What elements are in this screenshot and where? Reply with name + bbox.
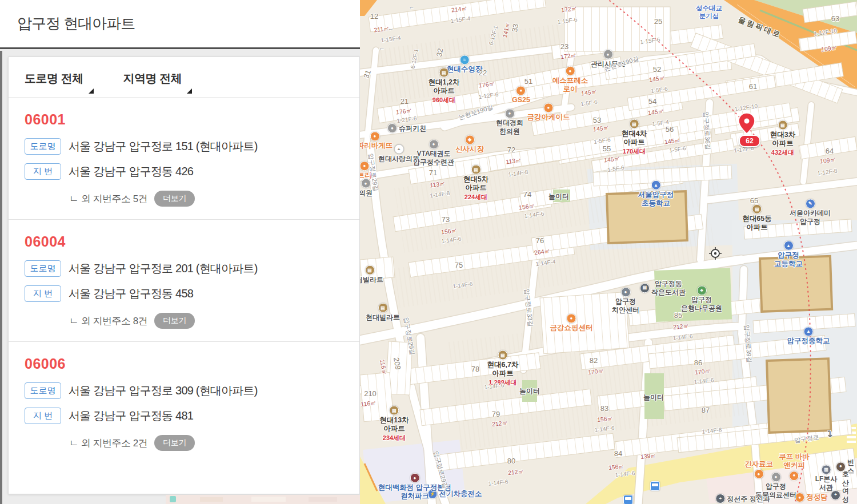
- extra-jibun-text: ㄴ 외 지번주소 2건: [69, 437, 147, 450]
- poi-label[interactable]: ▤림빌라트: [360, 265, 383, 284]
- poi-label[interactable]: ●압구정 치안센터: [612, 287, 639, 314]
- result-item: 06006 도로명 서울 강남구 압구정로 309 (현대아파트) 지 번 서울…: [9, 342, 359, 463]
- page-title: 압구정 현대아파트: [0, 0, 360, 49]
- label-text: 현대3차 아파트432세대: [770, 131, 795, 156]
- more-button[interactable]: 더보기: [154, 191, 195, 207]
- label-text: 210: [364, 389, 377, 398]
- gray-icon: ●: [361, 179, 371, 188]
- label-text: 호산여성병원: [842, 470, 849, 504]
- chevron-down-icon: [187, 88, 192, 94]
- pool-icon: ≈: [460, 55, 470, 64]
- label-text: 86: [694, 358, 702, 368]
- label-text: 금강쇼핑센터: [550, 324, 593, 332]
- poi-label[interactable]: ▤현대13차 아파트234세대: [379, 406, 409, 442]
- apt-icon: ▤: [629, 119, 639, 129]
- road-address: 서울 강남구 압구정로 201 (현대아파트): [69, 261, 258, 276]
- label-text: 79: [492, 410, 500, 419]
- school-icon: ▲: [804, 326, 814, 336]
- household-count: 432세대: [770, 148, 795, 156]
- building-number: 76: [536, 236, 544, 245]
- filter-region-name-label: 지역명 전체: [123, 72, 182, 84]
- label-text: ←: [408, 3, 415, 11]
- poi-label[interactable]: ▤현대3차 아파트432세대: [770, 120, 795, 156]
- filter-region-name[interactable]: 지역명 전체: [123, 71, 190, 97]
- filter-road-name-label: 도로명 전체: [25, 72, 83, 84]
- poi-label[interactable]: ▤현대5차 아파트224세대: [463, 165, 488, 201]
- building-number: 72: [507, 146, 515, 155]
- poi-label[interactable]: ▤현대65동 아파트: [742, 204, 771, 232]
- jibun-badge: 지 번: [25, 408, 61, 424]
- hosp2-icon: +: [715, 494, 725, 503]
- label-text: 64: [826, 147, 834, 156]
- result-item: 06001 도로명 서울 강남구 압구정로 151 (현대아파트) 지 번 서울…: [9, 98, 359, 220]
- poi-label[interactable]: ♣압구정 은행나무공원: [681, 285, 722, 312]
- poi-label[interactable]: +정선주 정신과: [715, 494, 770, 504]
- poi-label[interactable]: +호산여성병원: [831, 470, 849, 504]
- building-number: 87: [702, 406, 710, 415]
- jibun-badge: 지 번: [25, 285, 61, 302]
- apt-icon: ▤: [378, 303, 388, 313]
- poi-label[interactable]: ●VTA태권도 압구정수련관: [413, 139, 454, 166]
- poi-label: 놀이터: [548, 192, 569, 201]
- poi-label[interactable]: ▤현대빌라트: [366, 303, 400, 322]
- poi-label[interactable]: ▤압구정동 작은도서관: [640, 280, 686, 296]
- building-number: 54: [648, 97, 656, 106]
- household-count: 224세대: [463, 193, 488, 200]
- map[interactable]: ≈현대수영장▤현대1,2차 아파트960세대▤현대3차 아파트432세대▤현대4…: [360, 0, 857, 504]
- filter-road-name[interactable]: 도로명 전체: [25, 71, 91, 97]
- poi-label[interactable]: ●금강아케이드: [527, 103, 570, 122]
- label-text: 23: [560, 42, 568, 51]
- label-text: 85: [674, 311, 682, 320]
- poi-label[interactable]: ●현대경희 한의원: [496, 108, 523, 135]
- postal-code: 06006: [25, 356, 343, 372]
- label-text: 52: [653, 65, 661, 74]
- label-text: 76: [536, 236, 544, 245]
- label-text: 서울압구정 초등학교: [638, 191, 674, 208]
- label-text: 압구정 고등학교: [774, 251, 803, 269]
- label-text: 78: [471, 365, 479, 374]
- label-text: 림빌라트: [360, 276, 383, 284]
- road-address: 서울 강남구 압구정로 151 (현대아파트): [69, 139, 258, 154]
- marker-number-badge[interactable]: 62: [739, 135, 760, 147]
- building-number: 83: [600, 404, 608, 413]
- label-text: 22: [479, 68, 487, 78]
- label-text: 25: [654, 17, 662, 26]
- subway-station-icon[interactable]: [623, 495, 633, 504]
- poi-label[interactable]: ●슈퍼키친: [387, 123, 426, 134]
- school-icon: ▲: [784, 241, 794, 251]
- poi-label[interactable]: ▲압구정 고등학교: [774, 241, 803, 269]
- building-number: 23: [560, 42, 568, 51]
- road-label: ←: [378, 44, 386, 53]
- apt-icon: ▤: [498, 350, 507, 360]
- jibun-address: 서울 강남구 압구정동 481: [69, 408, 193, 424]
- poi-label[interactable]: ◆신사시장: [455, 135, 484, 154]
- label-text: 74: [523, 190, 531, 199]
- poi-label[interactable]: ●금강쇼핑센터: [550, 313, 593, 332]
- poi-label[interactable]: ✎서울아카데미 압구정: [790, 199, 831, 225]
- building-number: 71: [429, 168, 437, 178]
- bus-stop-icon[interactable]: [650, 481, 660, 491]
- poi-label[interactable]: ●GS25: [512, 86, 530, 104]
- more-button[interactable]: 더보기: [154, 313, 195, 329]
- label-text: 현대13차 아파트234세대: [379, 416, 409, 442]
- building-number: 63: [831, 14, 839, 23]
- label-text: 신사시장: [455, 145, 484, 154]
- poi-label[interactable]: ▤현대4차 아파트170세대: [622, 119, 647, 155]
- academy-icon: ✎: [806, 199, 815, 208]
- poi-label[interactable]: ●정성담: [795, 493, 828, 503]
- school-icon: ▲: [651, 180, 661, 190]
- building-number: 75: [455, 261, 463, 270]
- label-text: 압구정중학교: [787, 337, 830, 345]
- building-number: 56: [666, 125, 674, 134]
- label-text: 75: [455, 261, 463, 270]
- poi-label[interactable]: ▤현대6,7차 아파트1,288세대: [487, 350, 519, 386]
- hosp2-icon: +: [831, 490, 840, 500]
- label-text: 현대빌라트: [366, 313, 400, 322]
- poi-label[interactable]: ▲서울압구정 초등학교: [638, 180, 674, 208]
- building-number: 78: [471, 365, 479, 374]
- poi-label[interactable]: ▲압구정중학교: [787, 326, 830, 345]
- filter-bar: 도로명 전체 지역명 전체: [9, 57, 359, 98]
- more-button[interactable]: 더보기: [154, 435, 195, 451]
- poi-label[interactable]: ▤현대1,2차 아파트960세대: [428, 68, 460, 104]
- label-text: 12: [370, 12, 378, 21]
